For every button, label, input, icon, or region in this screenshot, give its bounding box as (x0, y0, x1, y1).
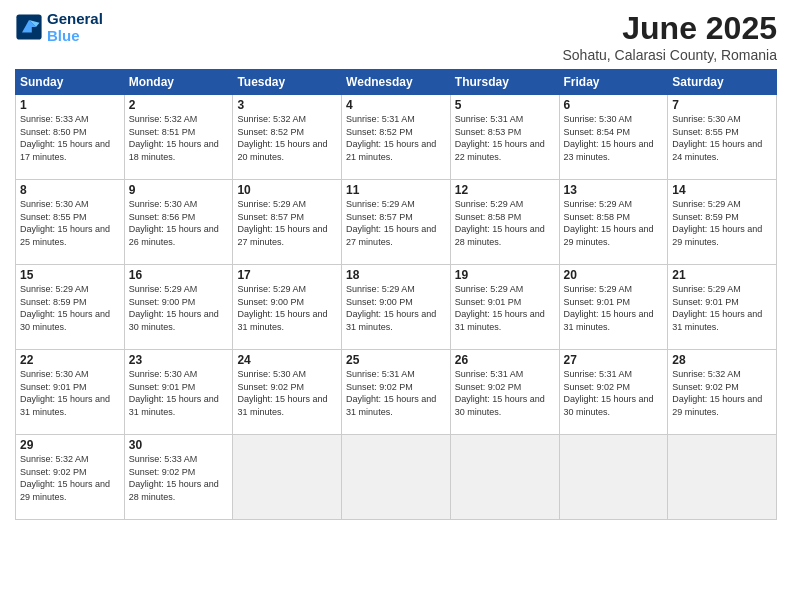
day-number: 12 (455, 183, 555, 197)
table-row: 10Sunrise: 5:29 AM Sunset: 8:57 PM Dayli… (233, 180, 342, 265)
calendar-week-row: 22Sunrise: 5:30 AM Sunset: 9:01 PM Dayli… (16, 350, 777, 435)
day-info: Sunrise: 5:30 AM Sunset: 8:54 PM Dayligh… (564, 113, 664, 163)
day-number: 29 (20, 438, 120, 452)
table-row: 23Sunrise: 5:30 AM Sunset: 9:01 PM Dayli… (124, 350, 233, 435)
table-row: 22Sunrise: 5:30 AM Sunset: 9:01 PM Dayli… (16, 350, 125, 435)
day-number: 21 (672, 268, 772, 282)
day-info: Sunrise: 5:29 AM Sunset: 8:57 PM Dayligh… (237, 198, 337, 248)
day-number: 20 (564, 268, 664, 282)
calendar: Sunday Monday Tuesday Wednesday Thursday… (15, 69, 777, 520)
title-area: June 2025 Sohatu, Calarasi County, Roman… (562, 10, 777, 63)
table-row: 20Sunrise: 5:29 AM Sunset: 9:01 PM Dayli… (559, 265, 668, 350)
table-row: 6Sunrise: 5:30 AM Sunset: 8:54 PM Daylig… (559, 95, 668, 180)
table-row: 27Sunrise: 5:31 AM Sunset: 9:02 PM Dayli… (559, 350, 668, 435)
day-number: 30 (129, 438, 229, 452)
page: General Blue June 2025 Sohatu, Calarasi … (0, 0, 792, 612)
table-row: 8Sunrise: 5:30 AM Sunset: 8:55 PM Daylig… (16, 180, 125, 265)
calendar-week-row: 8Sunrise: 5:30 AM Sunset: 8:55 PM Daylig… (16, 180, 777, 265)
day-info: Sunrise: 5:29 AM Sunset: 9:01 PM Dayligh… (564, 283, 664, 333)
col-thursday: Thursday (450, 70, 559, 95)
table-row: 4Sunrise: 5:31 AM Sunset: 8:52 PM Daylig… (342, 95, 451, 180)
day-number: 17 (237, 268, 337, 282)
header: General Blue June 2025 Sohatu, Calarasi … (15, 10, 777, 63)
table-row (450, 435, 559, 520)
day-number: 5 (455, 98, 555, 112)
table-row: 26Sunrise: 5:31 AM Sunset: 9:02 PM Dayli… (450, 350, 559, 435)
subtitle: Sohatu, Calarasi County, Romania (562, 47, 777, 63)
day-number: 23 (129, 353, 229, 367)
calendar-week-row: 1Sunrise: 5:33 AM Sunset: 8:50 PM Daylig… (16, 95, 777, 180)
day-number: 4 (346, 98, 446, 112)
col-monday: Monday (124, 70, 233, 95)
day-info: Sunrise: 5:29 AM Sunset: 9:00 PM Dayligh… (346, 283, 446, 333)
day-info: Sunrise: 5:32 AM Sunset: 9:02 PM Dayligh… (672, 368, 772, 418)
table-row: 14Sunrise: 5:29 AM Sunset: 8:59 PM Dayli… (668, 180, 777, 265)
table-row: 18Sunrise: 5:29 AM Sunset: 9:00 PM Dayli… (342, 265, 451, 350)
day-number: 7 (672, 98, 772, 112)
day-info: Sunrise: 5:31 AM Sunset: 8:53 PM Dayligh… (455, 113, 555, 163)
day-number: 13 (564, 183, 664, 197)
day-info: Sunrise: 5:31 AM Sunset: 9:02 PM Dayligh… (455, 368, 555, 418)
col-friday: Friday (559, 70, 668, 95)
day-number: 11 (346, 183, 446, 197)
table-row: 17Sunrise: 5:29 AM Sunset: 9:00 PM Dayli… (233, 265, 342, 350)
day-info: Sunrise: 5:30 AM Sunset: 9:01 PM Dayligh… (20, 368, 120, 418)
day-info: Sunrise: 5:29 AM Sunset: 8:58 PM Dayligh… (564, 198, 664, 248)
table-row: 28Sunrise: 5:32 AM Sunset: 9:02 PM Dayli… (668, 350, 777, 435)
day-info: Sunrise: 5:33 AM Sunset: 8:50 PM Dayligh… (20, 113, 120, 163)
day-info: Sunrise: 5:29 AM Sunset: 8:59 PM Dayligh… (20, 283, 120, 333)
table-row: 15Sunrise: 5:29 AM Sunset: 8:59 PM Dayli… (16, 265, 125, 350)
table-row: 24Sunrise: 5:30 AM Sunset: 9:02 PM Dayli… (233, 350, 342, 435)
day-info: Sunrise: 5:32 AM Sunset: 8:51 PM Dayligh… (129, 113, 229, 163)
day-number: 8 (20, 183, 120, 197)
day-number: 22 (20, 353, 120, 367)
day-info: Sunrise: 5:31 AM Sunset: 9:02 PM Dayligh… (564, 368, 664, 418)
table-row: 11Sunrise: 5:29 AM Sunset: 8:57 PM Dayli… (342, 180, 451, 265)
day-number: 6 (564, 98, 664, 112)
day-number: 26 (455, 353, 555, 367)
table-row: 16Sunrise: 5:29 AM Sunset: 9:00 PM Dayli… (124, 265, 233, 350)
day-info: Sunrise: 5:30 AM Sunset: 8:55 PM Dayligh… (672, 113, 772, 163)
logo-icon (15, 13, 43, 41)
day-info: Sunrise: 5:32 AM Sunset: 9:02 PM Dayligh… (20, 453, 120, 503)
day-info: Sunrise: 5:30 AM Sunset: 8:56 PM Dayligh… (129, 198, 229, 248)
table-row: 21Sunrise: 5:29 AM Sunset: 9:01 PM Dayli… (668, 265, 777, 350)
day-info: Sunrise: 5:29 AM Sunset: 8:59 PM Dayligh… (672, 198, 772, 248)
day-info: Sunrise: 5:29 AM Sunset: 9:01 PM Dayligh… (455, 283, 555, 333)
table-row: 13Sunrise: 5:29 AM Sunset: 8:58 PM Dayli… (559, 180, 668, 265)
day-info: Sunrise: 5:29 AM Sunset: 9:00 PM Dayligh… (237, 283, 337, 333)
table-row: 12Sunrise: 5:29 AM Sunset: 8:58 PM Dayli… (450, 180, 559, 265)
logo: General Blue (15, 10, 103, 45)
day-number: 2 (129, 98, 229, 112)
day-info: Sunrise: 5:31 AM Sunset: 9:02 PM Dayligh… (346, 368, 446, 418)
day-number: 14 (672, 183, 772, 197)
col-sunday: Sunday (16, 70, 125, 95)
col-wednesday: Wednesday (342, 70, 451, 95)
day-info: Sunrise: 5:33 AM Sunset: 9:02 PM Dayligh… (129, 453, 229, 503)
table-row (668, 435, 777, 520)
day-info: Sunrise: 5:30 AM Sunset: 8:55 PM Dayligh… (20, 198, 120, 248)
day-info: Sunrise: 5:31 AM Sunset: 8:52 PM Dayligh… (346, 113, 446, 163)
col-tuesday: Tuesday (233, 70, 342, 95)
table-row: 9Sunrise: 5:30 AM Sunset: 8:56 PM Daylig… (124, 180, 233, 265)
day-number: 15 (20, 268, 120, 282)
table-row: 29Sunrise: 5:32 AM Sunset: 9:02 PM Dayli… (16, 435, 125, 520)
day-number: 27 (564, 353, 664, 367)
table-row: 30Sunrise: 5:33 AM Sunset: 9:02 PM Dayli… (124, 435, 233, 520)
day-info: Sunrise: 5:29 AM Sunset: 8:57 PM Dayligh… (346, 198, 446, 248)
table-row: 1Sunrise: 5:33 AM Sunset: 8:50 PM Daylig… (16, 95, 125, 180)
calendar-week-row: 29Sunrise: 5:32 AM Sunset: 9:02 PM Dayli… (16, 435, 777, 520)
day-info: Sunrise: 5:29 AM Sunset: 8:58 PM Dayligh… (455, 198, 555, 248)
day-number: 16 (129, 268, 229, 282)
day-number: 10 (237, 183, 337, 197)
table-row (559, 435, 668, 520)
table-row (233, 435, 342, 520)
day-number: 1 (20, 98, 120, 112)
table-row: 25Sunrise: 5:31 AM Sunset: 9:02 PM Dayli… (342, 350, 451, 435)
table-row (342, 435, 451, 520)
table-row: 5Sunrise: 5:31 AM Sunset: 8:53 PM Daylig… (450, 95, 559, 180)
main-title: June 2025 (562, 10, 777, 47)
table-row: 3Sunrise: 5:32 AM Sunset: 8:52 PM Daylig… (233, 95, 342, 180)
table-row: 7Sunrise: 5:30 AM Sunset: 8:55 PM Daylig… (668, 95, 777, 180)
day-info: Sunrise: 5:30 AM Sunset: 9:01 PM Dayligh… (129, 368, 229, 418)
